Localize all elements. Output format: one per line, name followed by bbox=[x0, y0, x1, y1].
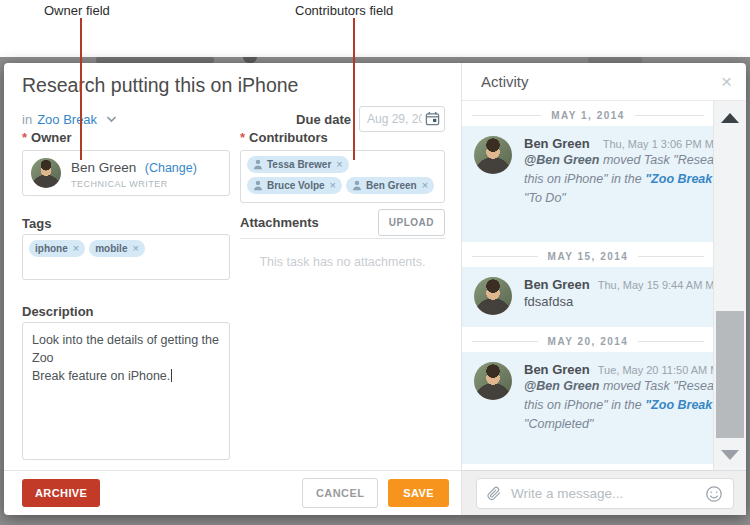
contributor-chip: Ben Green× bbox=[346, 177, 434, 194]
activity-entry: Ben GreenTue, May 20 11:50 AM M@Ben Gree… bbox=[462, 352, 714, 464]
message-line: @Ben Green moved Task "Research putting bbox=[524, 377, 714, 396]
text-cursor bbox=[171, 369, 172, 382]
remove-contributor-icon[interactable]: × bbox=[422, 180, 428, 191]
tags-label: Tags bbox=[22, 216, 51, 231]
annotation-contributors-field: Contributors field bbox=[295, 3, 393, 18]
date-separator: MAY 20, 2014 bbox=[472, 336, 704, 347]
annotation-line-contributors bbox=[353, 18, 355, 160]
activity-feed: MAY 1, 2014Ben GreenThu, May 1 3:06 PM M… bbox=[462, 101, 714, 470]
date-separator-label: MAY 15, 2014 bbox=[548, 251, 629, 262]
annotation-line-owner bbox=[80, 18, 82, 160]
attachments-label: Attachments bbox=[240, 215, 319, 230]
message-line: this on iPhone" in the "Zoo Break" Proje… bbox=[524, 170, 714, 189]
timestamp: Thu, May 1 3:06 PM M bbox=[595, 138, 714, 150]
avatar bbox=[474, 277, 512, 315]
required-asterisk: * bbox=[22, 130, 27, 145]
archive-button[interactable]: ARCHIVE bbox=[22, 479, 100, 507]
timestamp: Tue, May 20 11:50 AM M bbox=[590, 364, 714, 376]
required-asterisk: * bbox=[240, 130, 245, 145]
avatar bbox=[474, 362, 512, 400]
description-label: Description bbox=[22, 304, 94, 319]
date-separator-label: MAY 1, 2014 bbox=[551, 110, 625, 121]
owner-avatar bbox=[31, 158, 61, 188]
message-line: fdsafdsa bbox=[524, 292, 714, 312]
person-icon bbox=[253, 159, 263, 170]
message-line: "To Do" bbox=[524, 189, 714, 208]
message-composer bbox=[462, 470, 746, 515]
annotation-owner-field: Owner field bbox=[44, 3, 110, 18]
tag-chip: iphone× bbox=[29, 240, 85, 257]
person-icon bbox=[352, 180, 362, 191]
description-textarea[interactable]: Look into the details of getting the Zoo… bbox=[22, 322, 230, 460]
dialog-footer: ARCHIVE CANCEL SAVE bbox=[4, 470, 461, 515]
activity-panel: Activity × MAY 1, 2014Ben GreenThu, May … bbox=[461, 63, 746, 515]
scroll-down-icon[interactable] bbox=[721, 450, 739, 460]
activity-entry: Ben GreenThu, May 15 9:44 AM Mfdsafdsa bbox=[462, 267, 714, 327]
task-form-pane: Research putting this on iPhone in Zoo B… bbox=[4, 63, 461, 515]
avatar bbox=[474, 136, 512, 174]
message-input[interactable] bbox=[509, 485, 697, 502]
activity-group: MAY 20, 2014Ben GreenTue, May 20 11:50 A… bbox=[462, 336, 714, 464]
message-input-box[interactable] bbox=[476, 478, 734, 509]
due-date-label: Due date bbox=[296, 112, 351, 127]
contributor-name: Ben Green bbox=[366, 180, 417, 191]
activity-scrollbar bbox=[713, 101, 746, 470]
tag-name: iphone bbox=[35, 243, 68, 254]
owner-name: Ben Green bbox=[71, 160, 136, 175]
attachments-empty-text: This task has no attachments. bbox=[240, 255, 445, 269]
scroll-up-icon[interactable] bbox=[721, 113, 739, 123]
location-prefix: in bbox=[22, 112, 32, 127]
remove-contributor-icon[interactable]: × bbox=[330, 180, 336, 191]
due-date-field[interactable] bbox=[359, 106, 445, 132]
timestamp: Thu, May 15 9:44 AM M bbox=[590, 279, 714, 291]
date-separator: MAY 1, 2014 bbox=[472, 110, 704, 121]
chevron-down-icon[interactable] bbox=[106, 115, 117, 123]
tags-field[interactable]: iphone×mobile× bbox=[22, 234, 230, 280]
dimmed-background: Research putting this on iPhone in Zoo B… bbox=[0, 57, 750, 525]
activity-group: MAY 1, 2014Ben GreenThu, May 1 3:06 PM M… bbox=[462, 110, 714, 242]
tag-name: mobile bbox=[95, 243, 127, 254]
date-separator: MAY 15, 2014 bbox=[472, 251, 704, 262]
owner-field[interactable]: Ben Green (Change) TECHNICAL WRITER bbox=[22, 150, 230, 196]
message-line: this on iPhone" in the "Zoo Break" Proje… bbox=[524, 396, 714, 415]
save-button[interactable]: SAVE bbox=[388, 479, 449, 507]
activity-group: MAY 15, 2014Ben GreenThu, May 15 9:44 AM… bbox=[462, 251, 714, 327]
date-separator-label: MAY 20, 2014 bbox=[548, 336, 629, 347]
owner-label: *Owner bbox=[22, 130, 72, 145]
contributor-chip: Bruce Volpe× bbox=[247, 177, 342, 194]
contributor-name: Bruce Volpe bbox=[267, 180, 325, 191]
contributor-name: Tessa Brewer bbox=[267, 159, 331, 170]
tag-chip: mobile× bbox=[89, 240, 145, 257]
description-text: Look into the details of getting the Zoo bbox=[32, 333, 219, 365]
change-owner-link[interactable]: (Change) bbox=[145, 161, 197, 175]
person-icon bbox=[253, 180, 263, 191]
remove-tag-icon[interactable]: × bbox=[73, 243, 79, 254]
remove-contributor-icon[interactable]: × bbox=[336, 159, 342, 170]
cancel-button[interactable]: CANCEL bbox=[302, 478, 378, 508]
message-line: "Completed" bbox=[524, 415, 714, 434]
author-name: Ben Green bbox=[524, 362, 590, 377]
task-title[interactable]: Research putting this on iPhone bbox=[22, 74, 298, 97]
upload-button[interactable]: UPLOAD bbox=[378, 209, 445, 236]
author-name: Ben Green bbox=[524, 136, 590, 151]
paperclip-icon[interactable] bbox=[487, 485, 501, 502]
owner-role: TECHNICAL WRITER bbox=[71, 179, 197, 189]
contributors-field[interactable]: Tessa Brewer×Bruce Volpe×Ben Green× bbox=[240, 150, 445, 203]
calendar-icon[interactable] bbox=[425, 111, 440, 130]
close-icon[interactable]: × bbox=[721, 72, 732, 91]
activity-entry: Ben GreenThu, May 1 3:06 PM M@Ben Green … bbox=[462, 126, 714, 242]
author-name: Ben Green bbox=[524, 277, 590, 292]
remove-tag-icon[interactable]: × bbox=[132, 243, 138, 254]
contributors-label: *Contributors bbox=[240, 130, 328, 145]
emoji-icon[interactable] bbox=[705, 485, 723, 503]
scrollbar-thumb[interactable] bbox=[716, 311, 744, 438]
project-link[interactable]: Zoo Break bbox=[37, 112, 97, 127]
task-dialog: Research putting this on iPhone in Zoo B… bbox=[4, 63, 746, 515]
description-text: Break feature on iPhone. bbox=[32, 369, 170, 383]
contributor-chip: Tessa Brewer× bbox=[247, 156, 349, 173]
activity-title: Activity bbox=[481, 73, 529, 90]
message-line: @Ben Green moved Task "Research putting bbox=[524, 151, 714, 170]
